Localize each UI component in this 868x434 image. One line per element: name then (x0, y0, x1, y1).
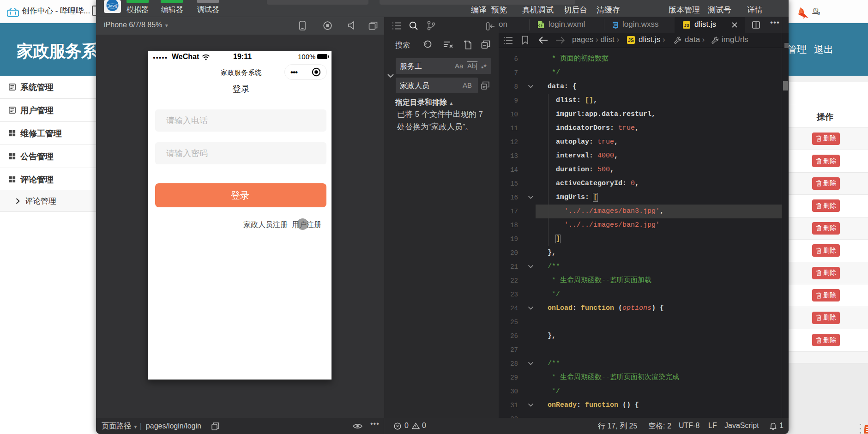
svg-text:JS: JS (628, 38, 634, 43)
svg-text:JS: JS (684, 23, 689, 28)
svg-text:Java: Java (108, 4, 117, 8)
